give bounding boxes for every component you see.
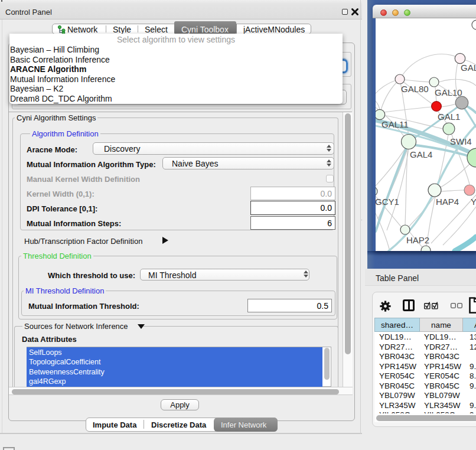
svg-text:GCY1: GCY1: [376, 197, 399, 207]
svg-text:GAL80: GAL80: [401, 84, 429, 94]
svg-text:GAL1: GAL1: [438, 112, 460, 122]
svg-text:SWI4: SWI4: [450, 136, 472, 146]
svg-text:GAL11: GAL11: [382, 119, 409, 129]
svg-text:HAP2: HAP2: [406, 235, 429, 245]
svg-text:GAL2: GAL2: [461, 63, 476, 73]
svg-text:Y: Y: [471, 197, 476, 207]
svg-text:GAL4: GAL4: [410, 149, 432, 159]
svg-text:HAP4: HAP4: [436, 197, 459, 207]
svg-text:GAL10: GAL10: [435, 87, 462, 97]
